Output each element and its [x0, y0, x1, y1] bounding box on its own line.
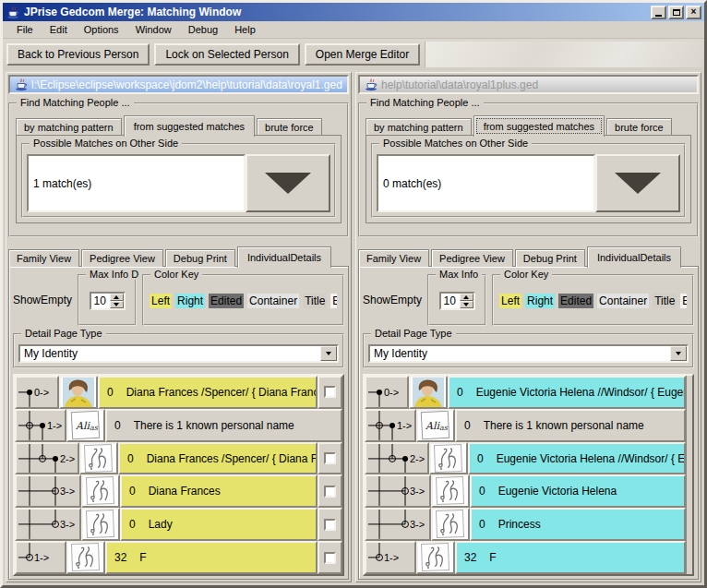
lock-on-selected-person-button[interactable]: Lock on Selected Person — [154, 43, 299, 66]
tree-node-cell[interactable]: 1-> — [15, 409, 66, 442]
tab-individual-details[interactable]: IndividualDetails — [237, 246, 331, 268]
spinner-down-button[interactable] — [460, 301, 473, 308]
row-checkbox[interactable] — [324, 452, 336, 464]
tab-brute-force[interactable]: brute force — [257, 118, 322, 136]
row-text-cell[interactable]: 0 Eugenie Victoria Helena — [470, 474, 686, 508]
tab-from-suggested-matches[interactable]: from suggested matches — [124, 115, 255, 137]
color-key-left: Left — [499, 294, 521, 308]
tab-debug-print[interactable]: Debug Print — [515, 249, 585, 267]
dropdown-arrow-icon — [615, 173, 661, 194]
tab-family-view[interactable]: Family View — [358, 249, 429, 267]
down-arrow-icon — [114, 303, 119, 306]
tree-node-cell[interactable]: 0-> — [365, 376, 409, 409]
row-text-cell[interactable]: 0 There is 1 known personal name — [455, 409, 686, 442]
detail-row: 2-> 0 Eugenie Victoria Helena //Windsor/… — [365, 442, 686, 475]
row-text: Eugenie Victoria Helena — [498, 485, 617, 498]
find-matching-people-group: Find Matching People ... by matching pat… — [358, 102, 699, 237]
row-text-cell[interactable]: 0 Eugenie Victoria Helena //Windsor/ { E… — [448, 376, 686, 409]
group-title: Max Info D — [86, 269, 142, 280]
title-bar[interactable]: JPrise Gedcom Merge: Matching Window × — [3, 3, 704, 21]
tree-node-cell[interactable]: 0-> — [15, 376, 59, 409]
portrait-photo-icon — [409, 376, 448, 409]
row-checkbox[interactable] — [324, 552, 336, 564]
row-text-cell[interactable]: 0 Diana Frances /Spencer/ { Diana France… — [118, 442, 318, 475]
spinner-up-button[interactable] — [460, 294, 473, 301]
signature-icon — [79, 442, 118, 475]
minimize-button[interactable] — [651, 6, 666, 19]
row-text-cell[interactable]: 32 F — [105, 541, 318, 574]
row-text-cell[interactable]: 0 Princess — [470, 508, 686, 541]
open-merge-editor-button[interactable]: Open Merge Editor — [305, 43, 420, 66]
row-depth-marker: 1-> — [34, 552, 49, 563]
row-text-cell[interactable]: 0 There is 1 known personal name — [105, 409, 342, 442]
tree-node-cell[interactable]: 3-> — [15, 474, 81, 508]
left-file-header[interactable]: l:\Eclipse\eclipse\workspace\jdom2\help\… — [8, 75, 349, 94]
combo-dropdown-button[interactable] — [320, 346, 337, 361]
row-text: There is 1 known personal name — [134, 419, 294, 432]
tree-node-cell[interactable]: 3-> — [365, 508, 431, 541]
show-empty-label[interactable]: ShowEmpty — [13, 294, 72, 306]
tab-pedigree-view[interactable]: Pedigree View — [431, 249, 513, 267]
menu-window[interactable]: Window — [127, 22, 180, 37]
tab-individual-details[interactable]: IndividualDetails — [587, 246, 681, 268]
tab-by-matching-pattern[interactable]: by matching pattern — [365, 118, 472, 136]
row-text: Eugenie Victoria Helena //Windsor/ { Eug… — [476, 386, 686, 399]
maximize-button[interactable] — [668, 6, 684, 19]
row-checkbox[interactable] — [324, 519, 336, 531]
possible-matches-list[interactable]: 1 match(es) — [27, 154, 246, 212]
menu-debug[interactable]: Debug — [180, 22, 226, 37]
alias-icon — [416, 409, 455, 442]
row-text-cell[interactable]: 0 Lady — [120, 508, 318, 541]
max-info-spinner[interactable]: 10 — [90, 292, 126, 310]
tree-node-cell[interactable]: 1-> — [15, 541, 66, 574]
detail-page-type-combo[interactable]: My Identity — [368, 344, 689, 363]
row-text-cell[interactable]: 0 Eugenie Victoria Helena //Windsor/ { E… — [468, 442, 686, 475]
tree-node-cell[interactable]: 1-> — [365, 409, 416, 442]
tab-debug-print[interactable]: Debug Print — [165, 249, 235, 267]
individual-details-content: ShowEmpty Max Info 10 Color Key — [358, 266, 699, 580]
matches-dropdown-button[interactable] — [595, 154, 680, 212]
max-info-spinner[interactable]: 10 — [439, 292, 475, 310]
row-checkbox[interactable] — [324, 386, 336, 398]
left-gedcom-panel: l:\Eclipse\eclipse\workspace\jdom2\help\… — [6, 72, 352, 582]
close-button[interactable]: × — [686, 6, 701, 19]
detail-page-type-combo[interactable]: My Identity — [18, 344, 339, 363]
spinner-down-button[interactable] — [110, 301, 124, 308]
right-file-header[interactable]: help\tutorial\data\royal1plus.ged — [358, 75, 699, 94]
detail-row: 1-> 32 F — [365, 541, 686, 574]
show-empty-label[interactable]: ShowEmpty — [363, 294, 422, 306]
signature-icon — [429, 442, 468, 475]
combo-dropdown-button[interactable] — [670, 346, 687, 361]
detail-row: 3-> 0 Princess — [365, 508, 686, 541]
menu-help[interactable]: Help — [226, 22, 264, 37]
row-text-cell[interactable]: 0 Diana Frances — [120, 474, 318, 508]
spinner-up-button[interactable] — [110, 294, 124, 301]
row-depth-marker: 2-> — [60, 453, 75, 464]
possible-matches-list[interactable]: 0 match(es) — [377, 154, 595, 212]
tab-brute-force[interactable]: brute force — [606, 118, 672, 136]
menu-options[interactable]: Options — [76, 22, 127, 37]
tab-pedigree-view[interactable]: Pedigree View — [81, 249, 163, 267]
row-checkbox[interactable] — [324, 486, 336, 498]
tree-node-cell[interactable]: 3-> — [15, 508, 81, 541]
matches-dropdown-button[interactable] — [246, 154, 330, 212]
detail-table: 0-> 0 Eugenie Victoria Helena //Windsor/… — [363, 374, 694, 576]
maximize-icon — [673, 9, 680, 16]
tree-node-cell[interactable]: 3-> — [365, 474, 431, 508]
tab-family-view[interactable]: Family View — [8, 249, 79, 267]
right-gedcom-panel: help\tutorial\data\royal1plus.ged Find M… — [355, 72, 701, 582]
menu-file[interactable]: File — [8, 22, 42, 37]
back-to-previous-person-button[interactable]: Back to Previous Person — [6, 43, 150, 66]
tab-by-matching-pattern[interactable]: by matching pattern — [16, 118, 122, 136]
possible-matches-group: Possible Matches on Other Side 0 match(e… — [371, 143, 686, 218]
tab-from-suggested-matches[interactable]: from suggested matches — [473, 115, 605, 137]
row-text-cell[interactable]: 0 Diana Frances /Spencer/ { Diana France… — [98, 376, 318, 409]
signature-icon — [416, 541, 455, 574]
tree-node-cell[interactable]: 2-> — [15, 442, 79, 475]
row-depth-marker: 3-> — [410, 486, 425, 497]
tree-node-cell[interactable]: 1-> — [365, 541, 416, 574]
menu-edit[interactable]: Edit — [42, 22, 76, 37]
row-text-cell[interactable]: 32 F — [455, 541, 686, 574]
match-method-tabs: by matching pattern from suggested match… — [365, 115, 691, 136]
tree-node-cell[interactable]: 2-> — [365, 442, 429, 475]
